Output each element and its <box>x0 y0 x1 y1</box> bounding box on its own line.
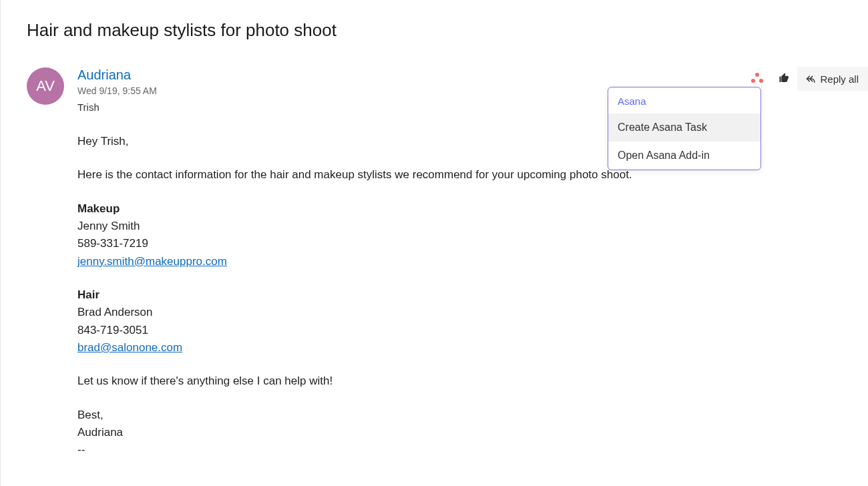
hair-phone: 843-719-3051 <box>77 322 841 339</box>
signature-block: Best, Audriana -- <box>77 407 841 459</box>
asana-dropdown-title: Asana <box>608 87 761 113</box>
sender-avatar[interactable]: AV <box>27 67 64 105</box>
reply-all-label: Reply all <box>820 73 859 85</box>
makeup-label: Makeup <box>77 200 841 218</box>
hair-email-link[interactable]: brad@salonone.com <box>77 341 182 354</box>
sent-date: Wed 9/19, 9:55 AM <box>77 85 157 96</box>
asana-icon <box>751 73 763 85</box>
makeup-section: Makeup Jenny Smith 589-331-7219 jenny.sm… <box>77 200 841 270</box>
hair-name: Brad Anderson <box>77 304 841 321</box>
avatar-initials: AV <box>36 77 55 95</box>
reply-all-icon <box>804 73 816 85</box>
recipient-name: Trish <box>77 101 157 113</box>
makeup-email-link[interactable]: jenny.smith@makeuppro.com <box>77 255 227 268</box>
sender-name[interactable]: Audriana <box>77 67 157 83</box>
makeup-phone: 589-331-7219 <box>77 235 841 252</box>
like-button[interactable] <box>771 67 797 91</box>
reply-all-button[interactable]: Reply all <box>797 67 868 91</box>
signature-name: Audriana <box>77 424 841 441</box>
hair-label: Hair <box>77 286 841 304</box>
makeup-name: Jenny Smith <box>77 218 841 235</box>
email-subject: Hair and makeup stylists for photo shoot <box>0 0 868 41</box>
sender-block: Audriana Wed 9/19, 9:55 AM Trish <box>77 67 157 113</box>
signature-sep: -- <box>77 441 841 459</box>
thumbs-up-icon <box>779 72 790 86</box>
signoff: Best, <box>77 407 841 424</box>
message-actions: Reply all <box>744 67 868 91</box>
open-asana-addin-item[interactable]: Open Asana Add-in <box>608 142 761 170</box>
hair-section: Hair Brad Anderson 843-719-3051 brad@sal… <box>77 286 841 356</box>
asana-dropdown: Asana Create Asana Task Open Asana Add-i… <box>608 87 761 170</box>
body-closing: Let us know if there's anything else I c… <box>77 373 841 390</box>
create-asana-task-item[interactable]: Create Asana Task <box>608 113 761 142</box>
